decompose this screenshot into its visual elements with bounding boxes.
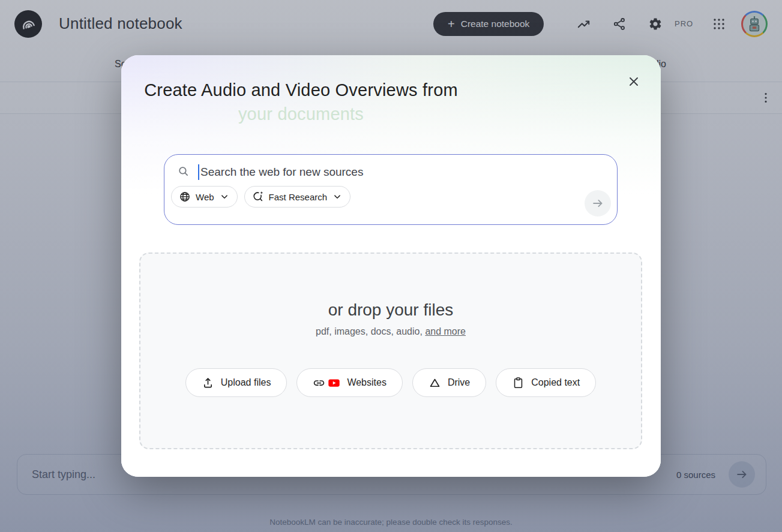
chevron-down-icon [219,191,230,202]
copied-text-label: Copied text [531,377,580,388]
youtube-icon [328,377,340,389]
link-icon [313,377,325,389]
link-youtube-icon [313,377,340,389]
fast-research-chip[interactable]: Fast Research [244,186,351,208]
search-submit-button[interactable] [585,190,611,217]
drive-label: Drive [448,377,470,388]
drive-triangle-icon [429,377,441,389]
web-source-chip[interactable]: Web [171,186,238,208]
and-more-link[interactable]: and more [425,326,466,336]
globe-icon [179,191,191,203]
drive-button[interactable]: Drive [412,368,486,397]
close-button[interactable] [623,71,645,92]
clipboard-icon [512,377,525,389]
copied-text-button[interactable]: Copied text [496,368,596,397]
notebooklm-app: Untitled notebook + Create notebook [0,0,782,532]
upload-icon [202,377,214,389]
chevron-down-icon [332,191,343,202]
web-chip-label: Web [196,192,214,202]
web-search-box: Web Fast Research [164,154,618,225]
dropzone-heading: or drop your files [140,300,641,320]
research-sparkle-icon [252,191,264,203]
dropzone-formats: pdf, images, docs, audio, and more [140,326,641,337]
create-overview-dialog: Create Audio and Video Overviews from yo… [121,55,661,477]
formats-text: pdf, images, docs, audio, [316,326,423,336]
dialog-title-line2: your documents [137,102,465,126]
file-dropzone[interactable]: or drop your files pdf, images, docs, au… [139,253,642,449]
websites-label: Websites [347,377,386,388]
close-icon [627,74,641,89]
websites-button[interactable]: Websites [296,368,403,397]
search-input[interactable] [200,166,604,179]
dialog-title: Create Audio and Video Overviews from yo… [137,78,465,126]
upload-files-button[interactable]: Upload files [185,368,287,397]
search-icon [178,166,191,179]
research-chip-label: Fast Research [269,192,328,202]
source-buttons-row: Upload files Websites [140,368,641,397]
text-caret [198,164,199,180]
arrow-right-icon [591,197,604,210]
dialog-title-line1: Create Audio and Video Overviews from [137,78,465,102]
upload-files-label: Upload files [221,377,271,388]
